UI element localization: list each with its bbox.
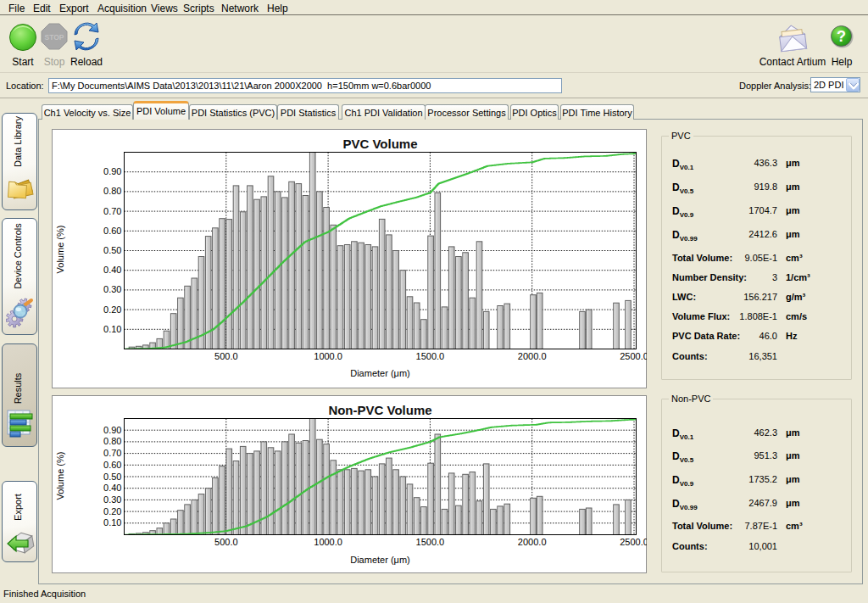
svg-text:0.30: 0.30 bbox=[103, 284, 121, 294]
svg-text:0.60: 0.60 bbox=[103, 460, 121, 470]
svg-text:Volume (%): Volume (%) bbox=[55, 226, 65, 274]
svg-text:0.50: 0.50 bbox=[103, 472, 121, 482]
svg-text:1500.0: 1500.0 bbox=[416, 537, 445, 547]
svg-text:0.60: 0.60 bbox=[103, 226, 121, 236]
svg-text:0.80: 0.80 bbox=[103, 186, 121, 196]
svg-text:0.10: 0.10 bbox=[103, 324, 121, 334]
svg-text:0.90: 0.90 bbox=[103, 425, 121, 435]
svg-text:2000.0: 2000.0 bbox=[518, 351, 547, 361]
svg-text:Diameter (μm): Diameter (μm) bbox=[350, 368, 410, 378]
svg-text:?: ? bbox=[837, 28, 846, 45]
svg-text:0.10: 0.10 bbox=[103, 517, 121, 528]
svg-text:0.20: 0.20 bbox=[103, 506, 121, 516]
svg-text:2000.0: 2000.0 bbox=[518, 537, 547, 547]
svg-text:0.20: 0.20 bbox=[103, 304, 121, 315]
svg-text:2500.0: 2500.0 bbox=[620, 537, 647, 547]
svg-text:Volume (%): Volume (%) bbox=[55, 452, 65, 500]
svg-text:1000.0: 1000.0 bbox=[314, 351, 342, 361]
svg-text:500.0: 500.0 bbox=[214, 351, 238, 361]
svg-text:0.50: 0.50 bbox=[103, 245, 121, 255]
svg-text:STOP: STOP bbox=[45, 33, 64, 42]
svg-text:0.80: 0.80 bbox=[103, 436, 121, 446]
svg-text:Non-PVC Volume: Non-PVC Volume bbox=[328, 403, 431, 417]
svg-text:0.70: 0.70 bbox=[103, 448, 121, 458]
svg-text:PVC Volume: PVC Volume bbox=[342, 137, 417, 151]
svg-text:500.0: 500.0 bbox=[214, 537, 238, 547]
svg-text:0.40: 0.40 bbox=[103, 265, 121, 275]
svg-text:0.70: 0.70 bbox=[103, 206, 121, 216]
svg-text:0.90: 0.90 bbox=[103, 166, 121, 176]
svg-text:0.30: 0.30 bbox=[103, 494, 121, 505]
svg-text:0.40: 0.40 bbox=[103, 483, 121, 493]
svg-text:Diameter (μm): Diameter (μm) bbox=[350, 555, 410, 565]
svg-text:1000.0: 1000.0 bbox=[314, 537, 342, 547]
svg-text:2500.0: 2500.0 bbox=[620, 351, 647, 361]
svg-text:1500.0: 1500.0 bbox=[416, 351, 445, 361]
